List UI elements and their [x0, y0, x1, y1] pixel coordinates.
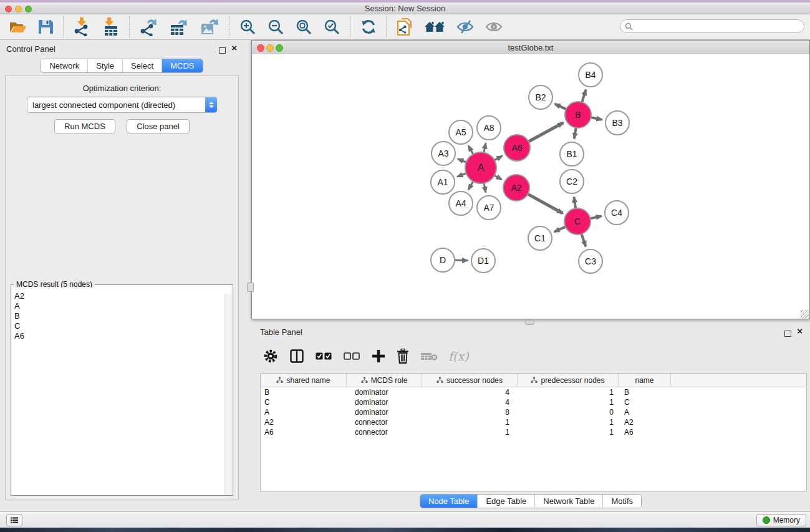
table-row[interactable]: Adominator80A [261, 407, 806, 417]
import-table-button[interactable] [101, 16, 121, 37]
graph-edge-B-B4[interactable] [582, 90, 586, 102]
mcds-result-item[interactable]: B [14, 311, 232, 321]
graph-edge-A-A6[interactable] [494, 156, 503, 160]
tab-network[interactable]: Network [41, 59, 87, 72]
function-builder-button[interactable]: f(x) [448, 349, 469, 363]
table-cell: connector [347, 417, 422, 427]
close-panel-icon[interactable]: × [231, 45, 237, 51]
column-header-label: successor nodes [446, 376, 503, 385]
result-list-scrollbar[interactable] [224, 294, 232, 495]
refresh-view-button[interactable] [359, 17, 378, 36]
graph-edge-A-A8[interactable] [484, 143, 486, 153]
mcds-result-item[interactable]: A6 [14, 331, 232, 341]
graph-edge-C-C3[interactable] [582, 234, 586, 246]
add-column-button[interactable] [372, 349, 385, 363]
zoom-fit-button[interactable] [294, 17, 314, 37]
graph-edge-C-C4[interactable] [591, 216, 602, 218]
tab-select[interactable]: Select [122, 59, 162, 72]
graph-edge-A-A3[interactable] [458, 159, 466, 162]
mcds-result-list[interactable]: A2ABCA6 [12, 288, 232, 495]
column-header-name[interactable]: name [619, 374, 671, 387]
delete-table-button[interactable] [420, 351, 438, 361]
table-row[interactable]: Bdominator41B [261, 387, 806, 397]
zoom-in-button[interactable] [238, 17, 258, 37]
graph-edge-A-A5[interactable] [468, 146, 473, 154]
open-session-button[interactable] [8, 18, 28, 36]
import-network-button[interactable] [72, 16, 92, 37]
column-header-MCDS-role[interactable]: MCDS role [347, 374, 422, 387]
mcds-result-item[interactable]: A2 [14, 291, 232, 301]
show-details-button[interactable] [484, 18, 504, 36]
tab-network-table[interactable]: Network Table [534, 495, 602, 508]
table-cell: 1 [518, 427, 619, 437]
zoom-out-button[interactable] [266, 17, 286, 37]
toolbar-separator [229, 16, 230, 37]
memory-button[interactable]: Memory [756, 514, 806, 526]
import-network-icon [74, 17, 91, 36]
zoom-out-icon [268, 19, 284, 36]
divider-grip-vertical[interactable] [247, 283, 254, 292]
tab-style[interactable]: Style [87, 59, 122, 72]
zoom-selected-icon [324, 19, 340, 36]
status-bar: Memory [0, 511, 810, 528]
plus-icon [372, 349, 385, 363]
tab-mcds[interactable]: MCDS [162, 59, 202, 72]
table-cell: B [619, 387, 671, 397]
table-cell: 1 [518, 417, 619, 427]
task-history-button[interactable] [6, 514, 22, 526]
home-button[interactable] [423, 18, 446, 36]
column-header-shared-name[interactable]: shared name [261, 374, 347, 387]
mcds-result-item[interactable]: A [14, 301, 232, 311]
network-graph-svg[interactable]: B4B2BB3B1C2A5A8A6A3AA1A2A4A7C4CC1C3DD1 [252, 54, 809, 319]
graph-edge-B-B1[interactable] [574, 128, 576, 139]
hide-details-button[interactable] [455, 18, 475, 36]
graph-edge-A-A1[interactable] [457, 173, 466, 177]
select-all-rows-button[interactable] [316, 352, 332, 360]
save-icon [38, 19, 54, 34]
export-network-button[interactable] [138, 16, 160, 37]
duplicate-network-button[interactable] [395, 16, 414, 37]
graph-edge-A-A2[interactable] [494, 175, 502, 180]
graph-edge-C-C1[interactable] [554, 227, 566, 232]
search-field[interactable] [620, 19, 804, 33]
deselect-all-rows-button[interactable] [344, 352, 360, 360]
network-window-title: testGlobe.txt [252, 43, 809, 52]
float-table-panel-icon[interactable] [784, 328, 791, 339]
table-row[interactable]: Cdominator41C [261, 397, 806, 407]
graph-edge-B-B3[interactable] [591, 117, 602, 120]
window-title: Session: New Session [0, 4, 810, 13]
save-session-button[interactable] [37, 18, 55, 36]
window-resize-grip[interactable] [801, 310, 809, 318]
table-tabs: Node TableEdge TableNetwork TableMotifs [251, 494, 810, 508]
column-header-successor-nodes[interactable]: successor nodes [422, 374, 518, 387]
tab-node-table[interactable]: Node Table [420, 495, 478, 508]
show-column-panel-button[interactable] [289, 349, 304, 364]
export-network-icon [140, 17, 158, 36]
graph-edge-C-C2[interactable] [574, 197, 576, 208]
graph-edge-A6-B[interactable] [529, 123, 564, 142]
graph-edge-A-A4[interactable] [468, 181, 473, 190]
close-table-panel-icon[interactable]: × [797, 328, 803, 334]
run-mcds-button[interactable]: Run MCDS [54, 119, 115, 133]
close-panel-button[interactable]: Close panel [127, 119, 190, 133]
table-cell: A6 [619, 427, 671, 437]
graph-edge-A-A7[interactable] [484, 183, 486, 193]
graph-edge-A2-C[interactable] [528, 194, 562, 213]
table-cell: A2 [619, 417, 671, 427]
criterion-dropdown[interactable]: largest connected component (directed) [27, 97, 217, 113]
table-row[interactable]: A6connector11A6 [261, 427, 806, 437]
node-table: shared nameMCDS rolesuccessor nodesprede… [260, 373, 807, 491]
tab-motifs[interactable]: Motifs [602, 495, 641, 508]
table-options-button[interactable] [263, 349, 278, 364]
delete-columns-button[interactable] [397, 349, 409, 364]
mcds-result-item[interactable]: C [14, 321, 232, 331]
graph-edge-B-B2[interactable] [555, 104, 566, 110]
export-table-button[interactable] [168, 16, 190, 37]
column-header-predecessor-nodes[interactable]: predecessor nodes [518, 374, 619, 387]
table-row[interactable]: A2connector11A2 [261, 417, 806, 427]
export-image-button[interactable] [199, 16, 221, 37]
search-input[interactable] [635, 21, 804, 31]
tab-edge-table[interactable]: Edge Table [477, 495, 534, 508]
float-panel-icon[interactable] [219, 45, 226, 56]
zoom-selected-button[interactable] [322, 17, 342, 37]
